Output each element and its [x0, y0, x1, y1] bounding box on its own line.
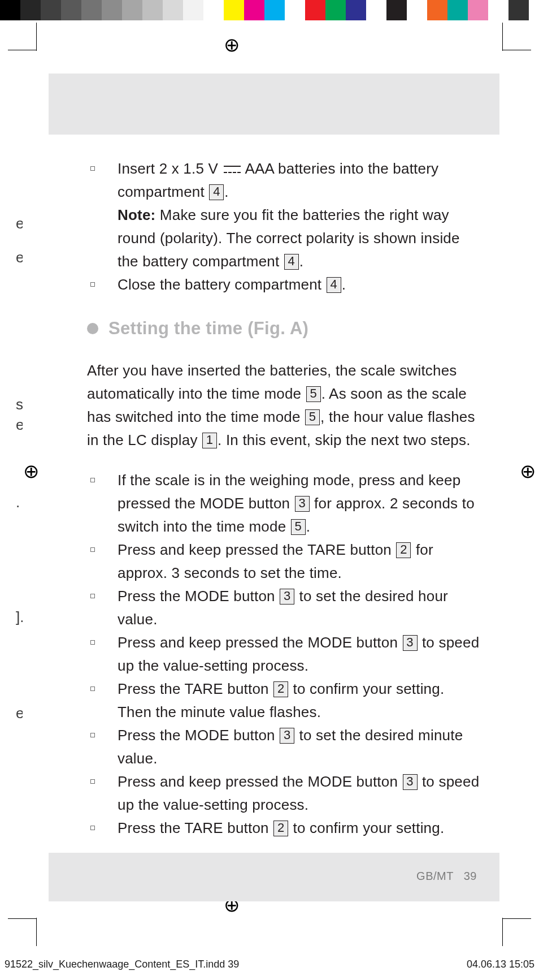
color-swatch	[427, 0, 447, 20]
color-swatch	[346, 0, 366, 20]
color-swatch	[41, 0, 61, 20]
color-swatch	[264, 0, 285, 20]
color-swatch	[447, 0, 468, 20]
color-swatch	[61, 0, 81, 20]
color-swatch	[203, 0, 224, 20]
color-swatch	[386, 0, 407, 20]
color-swatch	[285, 0, 305, 20]
color-swatch	[488, 0, 508, 20]
color-swatch	[183, 0, 203, 20]
color-swatch	[20, 0, 41, 20]
color-swatch	[122, 0, 142, 20]
color-swatch	[244, 0, 264, 20]
color-swatch	[366, 0, 386, 20]
color-swatch	[325, 0, 346, 20]
color-swatch	[102, 0, 122, 20]
color-swatch	[163, 0, 183, 20]
color-swatch	[81, 0, 102, 20]
printer-color-bar	[0, 0, 539, 20]
color-swatch	[508, 0, 529, 20]
color-swatch	[468, 0, 488, 20]
color-swatch	[224, 0, 244, 20]
color-swatch	[305, 0, 325, 20]
color-swatch	[0, 0, 20, 20]
color-swatch	[142, 0, 163, 20]
color-swatch	[407, 0, 427, 20]
